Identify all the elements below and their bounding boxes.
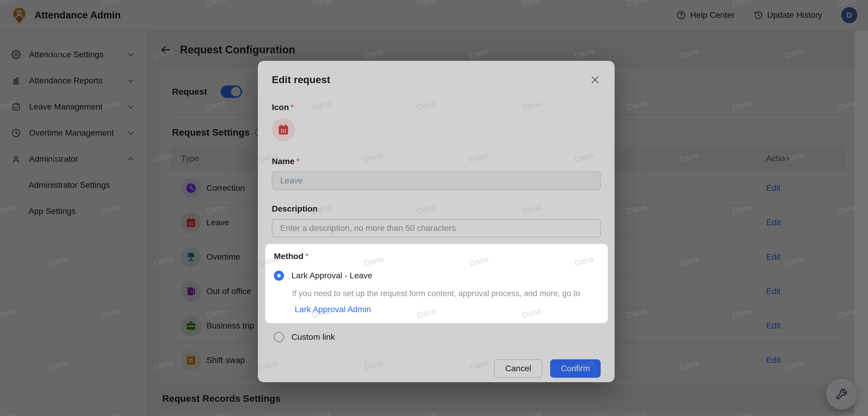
method-help-text: If you need to set up the request form c… [292,289,601,298]
spotlight-overlay [0,0,868,416]
method-option-lark-approval[interactable]: Lark Approval - Leave [274,271,601,281]
lark-approval-admin-link[interactable]: Lark Approval Admin [295,305,371,314]
app-viewport: Attendance Admin Help Center Update Hist… [0,0,868,416]
scrollbar[interactable] [854,31,868,416]
method-option-label: Lark Approval - Leave [291,271,372,280]
wrench-icon [835,387,848,401]
radio-selected-icon[interactable] [274,271,284,281]
required-asterisk: * [305,252,309,261]
method-field-label: Method [274,252,304,261]
method-section: Method * Lark Approval - Leave If you ne… [265,244,608,323]
feedback-wrench-button[interactable] [826,379,857,410]
